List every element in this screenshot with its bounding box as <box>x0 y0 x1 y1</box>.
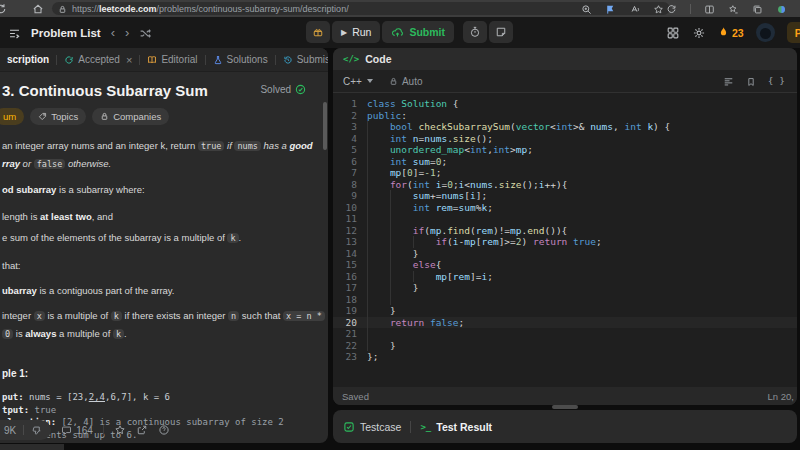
home-icon[interactable] <box>32 0 44 17</box>
code-line[interactable]: 10int rem=sum%k; <box>333 202 797 214</box>
collections-icon[interactable] <box>752 0 763 18</box>
line-number: 3 <box>333 121 357 133</box>
condition-length: length is at least two, and <box>2 208 320 225</box>
tab-solutions[interactable]: Solutions <box>208 54 273 65</box>
timer-button[interactable] <box>463 21 487 43</box>
description-tab-bar: scription Accepted × Editorial Solutions <box>0 48 328 72</box>
bookmark-icon[interactable] <box>746 75 756 86</box>
next-problem-button[interactable]: › <box>125 26 129 39</box>
code-line[interactable]: 14} <box>333 248 797 260</box>
favorite-star-icon[interactable] <box>653 0 664 18</box>
line-number: 5 <box>333 144 357 156</box>
editorial-book-icon <box>147 55 157 65</box>
tab-accepted[interactable]: Accepted × <box>59 54 137 66</box>
example-heading: ple 1: <box>2 365 320 382</box>
favorites-bar-icon[interactable] <box>728 0 739 18</box>
code-line[interactable]: 6int sum=0; <box>333 156 797 168</box>
read-aloud-icon[interactable] <box>629 0 640 18</box>
editor-statusbar: Saved Ln 20, <box>333 387 797 405</box>
code-line[interactable]: 12if(mp.find(rem)!=mp.end()){ <box>333 225 797 237</box>
shuffle-icon[interactable] <box>139 24 152 42</box>
line-number: 16 <box>333 271 357 283</box>
favorite-button[interactable] <box>114 424 126 436</box>
difficulty-badge[interactable]: um <box>0 108 24 125</box>
code-line[interactable]: 11 <box>333 213 797 225</box>
code-line[interactable]: 15else{ <box>333 259 797 271</box>
description-panel: scription Accepted × Editorial Solutions <box>0 48 328 443</box>
line-number: 11 <box>333 213 357 225</box>
run-button[interactable]: ▶ Run <box>332 21 380 43</box>
tab-editorial[interactable]: Editorial <box>142 54 202 65</box>
address-bar[interactable]: https://leetcode.com/problems/continuous… <box>52 2 670 15</box>
companies-tag[interactable]: Companies <box>92 108 169 125</box>
prev-problem-button[interactable]: ‹ <box>111 26 115 39</box>
line-number: 18 <box>333 294 357 306</box>
code-line[interactable]: 16mp[rem]=i; <box>333 271 797 283</box>
code-line[interactable]: 7mp[0]=-1; <box>333 167 797 179</box>
code-line[interactable]: 19} <box>333 305 797 317</box>
panel-resize-handle[interactable] <box>552 405 578 409</box>
site-lock-icon[interactable] <box>58 0 67 18</box>
topics-tag[interactable]: Topics <box>30 108 86 125</box>
description-scrollbar[interactable] <box>323 102 327 150</box>
format-code-icon[interactable] <box>723 75 734 87</box>
code-line[interactable]: 3bool checkSubarraySum(vector<int>& nums… <box>333 121 797 133</box>
reload-icon[interactable] <box>0 0 7 17</box>
thumbs-down-icon <box>31 425 42 436</box>
help-button[interactable] <box>158 424 170 436</box>
line-number: 1 <box>333 98 357 110</box>
share-button[interactable] <box>136 424 148 436</box>
user-avatar[interactable] <box>756 23 775 42</box>
comments-button[interactable]: 164 <box>61 425 93 436</box>
like-dislike-group[interactable]: 9K <box>0 420 51 440</box>
submit-button[interactable]: Submit <box>382 21 454 43</box>
language-selector[interactable]: C++ <box>343 76 373 87</box>
problem-list-icon[interactable] <box>8 24 21 42</box>
line-number: 8 <box>333 179 357 191</box>
code-line[interactable]: 17} <box>333 282 797 294</box>
code-line[interactable]: 9sum+=nums[i]; <box>333 190 797 202</box>
note-paragraph: that: <box>2 257 320 274</box>
code-line[interactable]: 2public: <box>333 110 797 122</box>
code-line[interactable]: 21 <box>333 328 797 340</box>
zoom-icon[interactable] <box>581 0 592 18</box>
code-line[interactable]: 23}; <box>333 351 797 363</box>
streak-counter[interactable]: 23 <box>718 26 744 39</box>
braces-icon[interactable]: { } <box>768 75 785 86</box>
settings-gear-icon[interactable] <box>692 24 706 42</box>
line-number: 15 <box>333 259 357 271</box>
testcase-tab[interactable]: Testcase <box>343 421 401 433</box>
notes-button[interactable] <box>489 21 513 43</box>
bookmark-flag-icon[interactable] <box>605 0 616 18</box>
code-editor[interactable]: 1class Solution {2public:3bool checkSuba… <box>333 93 797 392</box>
line-number: 19 <box>333 305 357 317</box>
background-window-edge <box>0 444 64 450</box>
question-icon <box>158 424 170 436</box>
code-line[interactable]: 1class Solution { <box>333 98 797 110</box>
code-line[interactable]: 22} <box>333 340 797 352</box>
submissions-history-icon <box>283 55 293 65</box>
problem-list-button[interactable]: Problem List <box>31 27 101 39</box>
debugger-button[interactable] <box>306 21 330 43</box>
url-text[interactable]: https://leetcode.com/problems/continuous… <box>72 4 349 14</box>
premium-button[interactable]: Pre <box>787 22 800 43</box>
code-line[interactable]: 13if(i-mp[rem]>=2) return true; <box>333 236 797 248</box>
description-content[interactable]: 3. Continuous Subarray Sum Solved um Top… <box>0 72 328 443</box>
code-line[interactable]: 4int n=nums.size(); <box>333 133 797 145</box>
layout-grid-icon[interactable] <box>666 24 680 42</box>
split-screen-icon[interactable] <box>704 0 715 18</box>
tab-submissions[interactable]: Submissions <box>278 54 328 65</box>
tab-description[interactable]: scription <box>2 54 54 65</box>
code-line[interactable]: 5unordered_map<int,int>mp; <box>333 144 797 156</box>
browser-essentials-icon[interactable] <box>776 0 787 18</box>
test-result-tab[interactable]: >_ Test Result <box>420 421 492 433</box>
close-tab-icon[interactable]: × <box>126 54 132 66</box>
solved-check-icon <box>295 84 306 95</box>
console-panel: Testcase >_ Test Result <box>333 410 797 443</box>
code-line[interactable]: 18 <box>333 294 797 306</box>
auto-toggle[interactable]: Auto <box>389 76 423 87</box>
browser-refresh-icon[interactable] <box>666 0 677 18</box>
statement-paragraph: an integer array nums and an integer k, … <box>2 137 320 173</box>
code-line[interactable]: 20return false; <box>333 317 797 329</box>
code-line[interactable]: 8for(int i=0;i<nums.size();i++){ <box>333 179 797 191</box>
